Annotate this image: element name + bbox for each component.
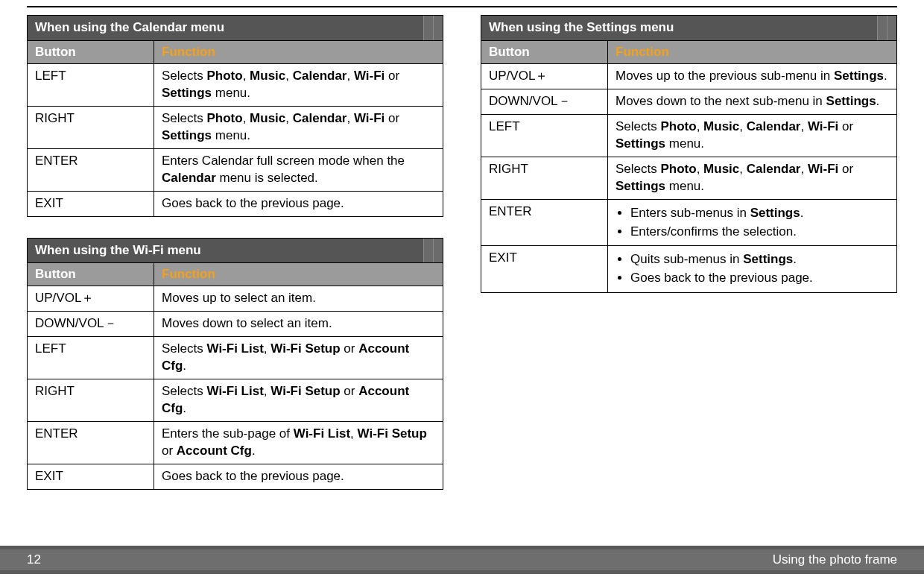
table-row: LEFTSelects Photo, Music, Calendar, Wi-F…	[28, 63, 443, 106]
top-divider	[27, 6, 897, 7]
table-row: DOWN/VOL－Moves down to select an item.	[28, 312, 443, 337]
list-item: Enters/confirms the selection.	[630, 224, 889, 241]
button-cell: EXIT	[481, 246, 608, 293]
header-function: Function	[154, 40, 443, 63]
function-cell: Selects Photo, Music, Calendar, Wi-Fi or…	[154, 63, 443, 106]
button-cell: LEFT	[28, 337, 154, 379]
table-row: UP/VOL＋Moves up to the previous sub-menu…	[481, 63, 897, 89]
function-cell: Quits sub-menus in Settings.Goes back to…	[608, 246, 897, 293]
function-cell: Goes back to the previous page.	[154, 464, 443, 489]
wifi-rows: UP/VOL＋Moves up to select an item.DOWN/V…	[28, 286, 443, 489]
table-row: EXITGoes back to the previous page.	[28, 191, 443, 216]
right-column: When using the Settings menu Button Func…	[481, 15, 897, 511]
button-cell: RIGHT	[28, 106, 154, 148]
function-cell: Enters sub-menus in Settings.Enters/conf…	[608, 199, 897, 246]
settings-title: When using the Settings menu	[481, 16, 897, 41]
table-row: ENTEREnters Calendar full screen mode wh…	[28, 148, 443, 191]
table-row: DOWN/VOL－Moves down to the next sub-menu…	[481, 89, 897, 114]
table-row: LEFTSelects Wi-Fi List, Wi-Fi Setup or A…	[28, 337, 443, 379]
button-cell: ENTER	[28, 148, 154, 191]
table-row: LEFTSelects Photo, Music, Calendar, Wi-F…	[481, 114, 897, 157]
left-column: When using the Calendar menu Button Func…	[27, 15, 443, 511]
page-number: 12	[27, 552, 41, 567]
function-cell: Goes back to the previous page.	[154, 191, 443, 216]
header-button: Button	[28, 40, 154, 63]
function-cell: Moves down to select an item.	[154, 312, 443, 337]
content-columns: When using the Calendar menu Button Func…	[0, 15, 924, 511]
button-cell: UP/VOL＋	[481, 63, 608, 89]
calendar-title: When using the Calendar menu	[28, 16, 443, 41]
function-cell: Selects Wi-Fi List, Wi-Fi Setup or Accou…	[154, 337, 443, 379]
button-cell: EXIT	[28, 191, 154, 216]
button-cell: ENTER	[28, 422, 154, 464]
button-cell: EXIT	[28, 464, 154, 489]
wifi-title: When using the Wi-Fi menu	[28, 238, 443, 263]
table-row: RIGHTSelects Photo, Music, Calendar, Wi-…	[481, 157, 897, 199]
table-row: UP/VOL＋Moves up to select an item.	[28, 286, 443, 312]
function-cell: Enters Calendar full screen mode when th…	[154, 148, 443, 191]
button-cell: RIGHT	[481, 157, 608, 199]
header-function: Function	[154, 263, 443, 286]
function-cell: Enters the sub-page of Wi-Fi List, Wi-Fi…	[154, 422, 443, 464]
header-button: Button	[481, 40, 608, 63]
function-cell: Moves up to the previous sub-menu in Set…	[608, 63, 897, 89]
function-cell: Selects Photo, Music, Calendar, Wi-Fi or…	[608, 114, 897, 157]
table-row: RIGHTSelects Wi-Fi List, Wi-Fi Setup or …	[28, 379, 443, 422]
button-cell: ENTER	[481, 199, 608, 246]
button-cell: DOWN/VOL－	[481, 89, 608, 114]
footer-bar: 12 Using the photo frame	[0, 546, 924, 574]
section-title: Using the photo frame	[773, 552, 897, 567]
table-row: EXITQuits sub-menus in Settings.Goes bac…	[481, 246, 897, 293]
table-row: EXITGoes back to the previous page.	[28, 464, 443, 489]
table-row: ENTEREnters sub-menus in Settings.Enters…	[481, 199, 897, 246]
table-row: RIGHTSelects Photo, Music, Calendar, Wi-…	[28, 106, 443, 148]
button-cell: LEFT	[28, 63, 154, 106]
header-button: Button	[28, 263, 154, 286]
function-cell: Selects Photo, Music, Calendar, Wi-Fi or…	[608, 157, 897, 199]
settings-table: When using the Settings menu Button Func…	[481, 15, 897, 293]
list-item: Quits sub-menus in Settings.	[630, 251, 889, 268]
calendar-rows: LEFTSelects Photo, Music, Calendar, Wi-F…	[28, 63, 443, 216]
wifi-table: When using the Wi-Fi menu Button Functio…	[27, 238, 443, 490]
table-row: ENTEREnters the sub-page of Wi-Fi List, …	[28, 422, 443, 464]
function-cell: Selects Wi-Fi List, Wi-Fi Setup or Accou…	[154, 379, 443, 422]
button-cell: UP/VOL＋	[28, 286, 154, 312]
settings-rows: UP/VOL＋Moves up to the previous sub-menu…	[481, 63, 897, 292]
list-item: Enters sub-menus in Settings.	[630, 205, 889, 222]
list-item: Goes back to the previous page.	[630, 270, 889, 287]
button-cell: LEFT	[481, 114, 608, 157]
header-function: Function	[608, 40, 897, 63]
button-cell: DOWN/VOL－	[28, 312, 154, 337]
function-cell: Moves down to the next sub-menu in Setti…	[608, 89, 897, 114]
function-cell: Selects Photo, Music, Calendar, Wi-Fi or…	[154, 106, 443, 148]
button-cell: RIGHT	[28, 379, 154, 422]
function-cell: Moves up to select an item.	[154, 286, 443, 312]
calendar-table: When using the Calendar menu Button Func…	[27, 15, 443, 217]
